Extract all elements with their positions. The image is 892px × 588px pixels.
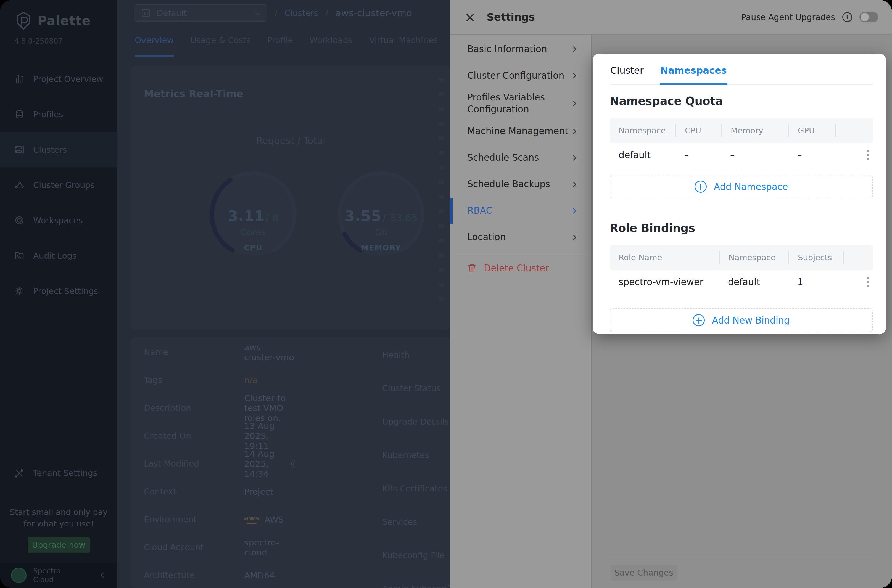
tab-namespaces[interactable]: Namespaces: [660, 61, 727, 85]
detail-row: EnvironmentawsAWS: [144, 506, 296, 533]
server-icon: [14, 145, 24, 154]
table-header-row: Namespace CPU Memory GPU: [610, 118, 872, 143]
breadcrumb-separator: /: [325, 8, 328, 18]
sidebar-item-profiles[interactable]: Profiles: [0, 97, 117, 132]
sidebar-item-label: Cluster Groups: [33, 180, 95, 190]
settings-nav-cluster-configuration[interactable]: Cluster Configuration: [450, 62, 591, 89]
memory-gauge-values: 3.55 / 33.65 Gb MEMORY: [331, 207, 431, 252]
sidebar-item-project-settings[interactable]: Project Settings: [0, 273, 117, 309]
sidebar-item-label: Workspaces: [33, 216, 83, 225]
detail-row: ContextProject: [144, 478, 296, 506]
pause-agent-upgrades-label: Pause Agent Upgrades: [741, 12, 835, 22]
chevron-right-icon: [571, 182, 576, 187]
rbac-card: Cluster Namespaces Namespace Quota Names…: [593, 54, 886, 334]
table-header-row: Role Name Namespace Subjects: [610, 245, 872, 270]
sidebar-item-project-overview[interactable]: Project Overview: [0, 61, 117, 97]
chevron-right-icon: [571, 208, 576, 214]
network-icon: [14, 180, 24, 190]
sidebar-item-label: Audit Logs: [33, 251, 77, 261]
toggle-knob: [860, 13, 869, 21]
settings-nav-profiles-variables-configuration[interactable]: Profiles Variables Configuration: [450, 89, 591, 118]
project-icon: [141, 8, 150, 18]
pause-agent-upgrades-toggle[interactable]: [859, 12, 878, 22]
project-selector[interactable]: Default: [134, 4, 267, 21]
chevron-right-icon: [571, 73, 576, 78]
upgrade-now-button[interactable]: Upgrade now: [28, 537, 90, 553]
add-new-binding-button[interactable]: + Add New Binding: [610, 308, 872, 332]
tab-virtual-machines[interactable]: Virtual Machines: [369, 35, 438, 57]
brand-bar: Spectro Cloud: [0, 562, 117, 588]
sidebar-item-label: Tenant Settings: [33, 468, 97, 478]
settings-title: Settings: [487, 11, 535, 23]
detail-row: Cloud Accountspectro-cloud: [144, 533, 296, 561]
upgrade-promo-text: Start small and only pay for what you us…: [0, 506, 117, 530]
settings-nav: Basic Information Cluster Configuration …: [450, 35, 591, 588]
tab-overview[interactable]: Overview: [135, 35, 174, 57]
chevron-left-icon: [101, 572, 106, 578]
info-icon[interactable]: i: [291, 460, 296, 468]
detail-row: Created On13 Aug 2025, 19:11: [144, 422, 296, 450]
delete-cluster-button[interactable]: Delete Cluster: [450, 258, 591, 274]
tab-workloads[interactable]: Workloads: [309, 35, 353, 57]
sidebar-item-audit-logs[interactable]: Audit Logs: [0, 238, 117, 273]
settings-nav-machine-management[interactable]: Machine Management: [450, 118, 591, 145]
chevron-right-icon: [571, 101, 576, 106]
sidebar-item-label: Project Overview: [33, 74, 103, 84]
plus-circle-icon: +: [692, 314, 705, 326]
kebab-menu-icon[interactable]: [867, 277, 872, 287]
close-icon[interactable]: ×: [464, 10, 476, 24]
project-selector-value: Default: [156, 8, 250, 18]
chevron-right-icon: [571, 46, 576, 52]
layers-icon: [14, 110, 24, 119]
breadcrumb-separator: /: [275, 8, 277, 18]
chevron-right-icon: [571, 129, 576, 134]
detail-row: Last Modified14 Aug 2025, 14:34i: [144, 450, 296, 478]
detail-row: Nameaws-cluster-vmo: [144, 338, 296, 366]
settings-nav-location[interactable]: Location: [450, 224, 591, 250]
footer-divider: [610, 556, 874, 557]
table-row: default – – –: [610, 143, 872, 167]
add-namespace-button[interactable]: + Add Namespace: [610, 175, 872, 198]
chevron-right-icon: [571, 155, 576, 160]
folder-search-icon: [14, 250, 24, 261]
breadcrumb-link-clusters[interactable]: Clusters: [284, 8, 318, 18]
spectro-cloud-logo-icon: [11, 568, 27, 583]
breadcrumb-current: aws-cluster-vmo: [335, 8, 412, 18]
settings-nav-schedule-scans[interactable]: Schedule Scans: [450, 145, 591, 171]
kebab-menu-icon[interactable]: [867, 150, 872, 160]
breadcrumb: Default / Clusters / aws-cluster-vmo: [134, 4, 412, 21]
role-bindings-title: Role Bindings: [610, 222, 872, 234]
table-row: spectro-vm-viewer default 1: [610, 270, 872, 294]
namespace-quota-title: Namespace Quota: [610, 94, 872, 107]
sidebar-item-clusters[interactable]: Clusters: [0, 132, 117, 167]
palette-logo-icon: [15, 12, 32, 30]
role-bindings-table: Role Name Namespace Subjects spectro-vm-…: [610, 245, 872, 294]
trash-icon: [467, 263, 477, 273]
sidebar-item-label: Profiles: [33, 110, 63, 119]
plus-circle-icon: +: [695, 180, 707, 193]
version-label: 4.8.0-250807: [0, 30, 117, 45]
tools-icon: [14, 468, 24, 478]
namespace-quota-table: Namespace CPU Memory GPU default – – –: [610, 118, 872, 167]
tab-usage-costs[interactable]: Usage & Costs: [190, 35, 251, 57]
dotted-scroll-indicator: [438, 78, 443, 301]
sidebar-nav: Project Overview Profiles Clusters Clust…: [0, 61, 117, 309]
settings-nav-schedule-backups[interactable]: Schedule Backups: [450, 171, 591, 198]
save-changes-button[interactable]: Save Changes: [611, 564, 677, 580]
collapse-sidebar-button[interactable]: [101, 573, 105, 578]
tab-cluster[interactable]: Cluster: [610, 61, 644, 84]
settings-nav-rbac[interactable]: RBAC: [450, 198, 591, 224]
gauge-subtitle: Request / Total: [131, 135, 450, 146]
settings-nav-basic-information[interactable]: Basic Information: [450, 36, 591, 62]
detail-row: DescriptionCluster to test VMO roles on.: [144, 394, 296, 422]
tab-profile[interactable]: Profile: [267, 35, 293, 57]
sidebar-item-workspaces[interactable]: Workspaces: [0, 202, 117, 238]
orbit-icon: [14, 215, 24, 225]
info-icon[interactable]: i: [842, 12, 852, 22]
bar-chart-icon: [14, 74, 24, 84]
sidebar: Palette 4.8.0-250807 Project Overview Pr…: [0, 0, 117, 588]
metrics-title: Metrics Real-Time: [144, 88, 243, 99]
sidebar-item-cluster-groups[interactable]: Cluster Groups: [0, 167, 117, 202]
rbac-tabs: Cluster Namespaces: [610, 61, 872, 85]
sidebar-item-tenant-settings[interactable]: Tenant Settings: [0, 456, 117, 491]
